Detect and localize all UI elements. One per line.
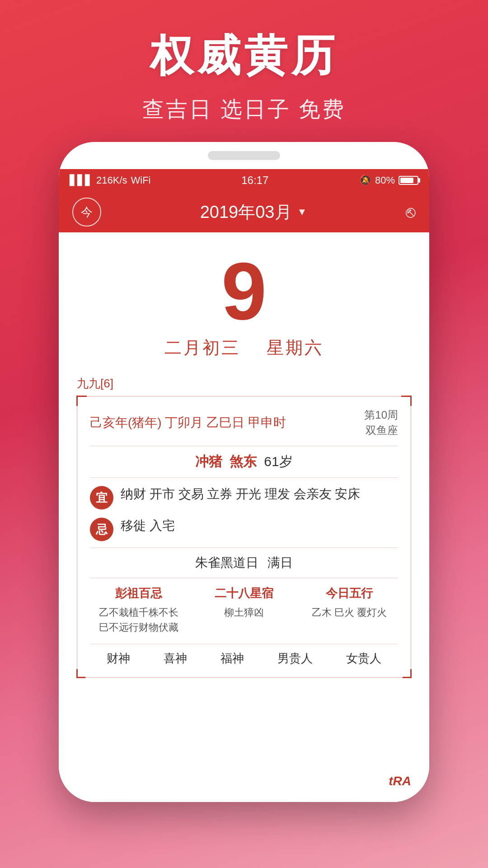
week-label: 第10周 xyxy=(364,407,398,423)
signal-icon: ▋▋▋ xyxy=(70,175,93,186)
zhuri-1: 朱雀黑道日 xyxy=(195,554,258,571)
phone-speaker xyxy=(208,151,280,160)
calendar-content: 9 二月初三 星期六 九九[6] 己亥年(猪年) 丁卯月 乙巳日 甲申时 第10… xyxy=(59,232,429,802)
divider-3 xyxy=(90,547,398,548)
today-button[interactable]: 今 xyxy=(72,198,101,226)
promo-title: 权威黄历 xyxy=(150,27,338,86)
dropdown-arrow-icon: ▼ xyxy=(297,206,307,218)
week-zodiac: 第10周 双鱼座 xyxy=(364,407,398,438)
app-header: 今 2019年03月 ▼ ⎋ xyxy=(59,192,429,232)
shen-nvguiren: 女贵人 xyxy=(346,651,381,666)
status-time: 16:17 xyxy=(241,174,268,187)
date-display: 9 二月初三 星期六 xyxy=(164,232,324,368)
lunar-info: 二月初三 星期六 xyxy=(164,336,324,359)
zodiac-label: 双鱼座 xyxy=(364,423,398,438)
status-bar: ▋▋▋ 216K/s WiFi 16:17 🔕 80% xyxy=(59,169,429,192)
bottom-grid: 彭祖百忌 乙不栽植千株不长 巳不远行财物伏藏 二十八星宿 柳土獐凶 今日五行 乙… xyxy=(90,585,398,635)
alarm-icon: 🔕 xyxy=(359,175,371,186)
ershiba-content: 柳土獐凶 xyxy=(224,605,264,620)
battery-fill xyxy=(400,178,413,183)
ji-content: 移徙 入宅 xyxy=(121,516,398,536)
ji-badge: 忌 xyxy=(90,518,113,541)
watermark: tRA xyxy=(389,774,411,788)
shen-xisheng: 喜神 xyxy=(164,651,187,666)
divider-4 xyxy=(90,578,398,578)
shen-caisheng: 财神 xyxy=(107,651,130,666)
pengzu-line1: 乙不栽植千株不长 xyxy=(99,605,178,620)
ershiba-title: 二十八星宿 xyxy=(215,585,273,601)
shen-row: 财神 喜神 福神 男贵人 女贵人 xyxy=(90,644,398,666)
shen-fusheng: 福神 xyxy=(221,651,244,666)
phone-frame: ▋▋▋ 216K/s WiFi 16:17 🔕 80% 今 2019年03月 ▼… xyxy=(59,142,429,802)
shen-nanguiren: 男贵人 xyxy=(277,651,313,666)
status-left: ▋▋▋ 216K/s WiFi xyxy=(70,175,150,186)
battery-tip xyxy=(418,178,420,183)
chong-text: 冲猪 xyxy=(195,453,222,471)
wuxing-item: 今日五行 乙木 巳火 覆灯火 xyxy=(300,585,398,635)
divider-1 xyxy=(90,446,398,446)
status-right: 🔕 80% xyxy=(359,175,418,186)
battery-text: 80% xyxy=(375,175,395,186)
today-label: 今 xyxy=(81,204,93,220)
detail-section: 九九[6] 己亥年(猪年) 丁卯月 乙巳日 甲申时 第10周 双鱼座 冲猪 煞东 xyxy=(77,376,411,678)
pengzu-desc: 乙不栽植千株不长 巳不远行财物伏藏 xyxy=(99,605,178,635)
sha-text: 煞东 xyxy=(230,453,257,471)
ershiba-item: 二十八星宿 柳土獐凶 xyxy=(195,585,293,635)
lunar-day: 二月初三 xyxy=(164,338,240,357)
corner-br-decoration xyxy=(403,669,412,678)
zhuri-2: 满日 xyxy=(267,554,293,571)
pengzu-title: 彭祖百忌 xyxy=(115,585,162,601)
battery-bar xyxy=(399,176,418,185)
age-text: 61岁 xyxy=(264,453,292,471)
month-selector[interactable]: 2019年03月 ▼ xyxy=(200,201,307,224)
ganzhi-text: 己亥年(猪年) 丁卯月 乙巳日 甲申时 xyxy=(90,414,286,431)
wifi-icon: WiFi xyxy=(131,175,151,186)
promo-subtitle: 查吉日 选日子 免费 xyxy=(142,95,346,124)
yi-row: 宜 纳财 开市 交易 立券 开光 理发 会亲友 安床 xyxy=(90,484,398,509)
yi-badge: 宜 xyxy=(90,486,113,509)
phone-bezel xyxy=(59,142,429,169)
corner-bl-decoration xyxy=(76,669,85,678)
pengzu-line2: 巳不远行财物伏藏 xyxy=(99,620,178,635)
yi-content: 纳财 开市 交易 立券 开光 理发 会亲友 安床 xyxy=(121,484,398,505)
zhuri-row: 朱雀黑道日 满日 xyxy=(90,554,398,571)
divider-2 xyxy=(90,477,398,478)
weekday: 星期六 xyxy=(267,338,324,357)
ganzhi-row: 己亥年(猪年) 丁卯月 乙巳日 甲申时 第10周 双鱼座 xyxy=(90,407,398,438)
promo-section: 权威黄历 查吉日 选日子 免费 xyxy=(0,0,488,142)
share-icon[interactable]: ⎋ xyxy=(406,203,416,222)
wuxing-title: 今日五行 xyxy=(326,585,373,601)
jiuji-label: 九九[6] xyxy=(77,376,411,392)
month-label: 2019年03月 xyxy=(200,201,292,224)
wuxing-content: 乙木 巳火 覆灯火 xyxy=(312,605,387,620)
detail-card: 己亥年(猪年) 丁卯月 乙巳日 甲申时 第10周 双鱼座 冲猪 煞东 61岁 xyxy=(77,396,411,678)
ji-row: 忌 移徙 入宅 xyxy=(90,516,398,541)
chong-row: 冲猪 煞东 61岁 xyxy=(90,453,398,471)
pengzu-item: 彭祖百忌 乙不栽植千株不长 巳不远行财物伏藏 xyxy=(90,585,188,635)
speed-text: 216K/s xyxy=(96,175,127,186)
big-date: 9 xyxy=(221,250,267,332)
